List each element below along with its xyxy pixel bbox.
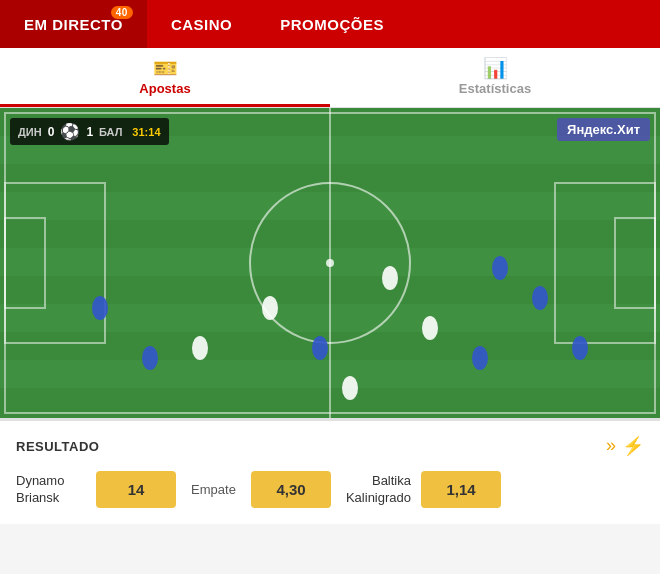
score1: 0: [48, 125, 55, 139]
apostas-icon: 🎫: [153, 58, 178, 78]
estatisticas-label: Estatísticas: [459, 81, 531, 96]
svg-point-21: [262, 296, 278, 320]
svg-point-20: [192, 336, 208, 360]
top-nav: EM DIRECTO 40 CASINO PROMOÇÕES: [0, 0, 660, 48]
nav-casino-label: CASINO: [171, 16, 232, 33]
team2-odds-button[interactable]: 1,14: [421, 471, 501, 508]
svg-point-28: [532, 286, 548, 310]
forward-icon[interactable]: »: [606, 435, 616, 457]
bet-row: DynamoBriansk 14 Empate 4,30 BaltikaKali…: [16, 471, 644, 508]
empate-label: Empate: [186, 482, 241, 497]
live-icon[interactable]: ⚡: [622, 435, 644, 457]
svg-point-23: [422, 316, 438, 340]
action-icons: » ⚡: [606, 435, 644, 457]
team2-label: BaltikaKalinigrado: [341, 473, 411, 507]
nav-em-directo[interactable]: EM DIRECTO 40: [0, 0, 147, 48]
nav-promocoes[interactable]: PROMOÇÕES: [256, 0, 408, 48]
team1-odds-button[interactable]: 14: [96, 471, 176, 508]
sponsor-logo: Яндекс.Хит: [557, 118, 650, 141]
result-section: RESULTADO » ⚡ DynamoBriansk 14 Empate 4,…: [0, 418, 660, 524]
match-video: ДИН 0 ⚽ 1 БАЛ 31:14 Яндекс.Хит: [0, 108, 660, 418]
resultado-title: RESULTADO: [16, 439, 99, 454]
nav-promocoes-label: PROMOÇÕES: [280, 16, 384, 33]
resultado-header: RESULTADO » ⚡: [16, 435, 644, 457]
svg-point-22: [342, 376, 358, 400]
svg-point-25: [92, 296, 108, 320]
svg-point-30: [492, 256, 508, 280]
scoreboard-overlay: ДИН 0 ⚽ 1 БАЛ 31:14: [10, 118, 169, 145]
live-count-badge: 40: [111, 6, 133, 19]
svg-point-24: [382, 266, 398, 290]
tab-estatisticas[interactable]: 📊 Estatísticas: [330, 48, 660, 107]
svg-point-26: [142, 346, 158, 370]
tabs-bar: 🎫 Apostas 📊 Estatísticas: [0, 48, 660, 108]
nav-em-directo-label: EM DIRECTO: [24, 16, 123, 33]
score2: 1: [86, 125, 93, 139]
apostas-label: Apostas: [139, 81, 190, 96]
estatisticas-icon: 📊: [483, 58, 508, 78]
svg-point-31: [312, 336, 328, 360]
team2-short: БАЛ: [99, 126, 122, 138]
team2-name: BaltikaKalinigrado: [346, 473, 411, 505]
empate-odds-button[interactable]: 4,30: [251, 471, 331, 508]
team1-label: DynamoBriansk: [16, 473, 86, 507]
nav-casino[interactable]: CASINO: [147, 0, 256, 48]
svg-point-29: [572, 336, 588, 360]
sponsor-text: Яндекс.Хит: [567, 122, 640, 137]
tab-apostas[interactable]: 🎫 Apostas: [0, 48, 330, 107]
svg-point-27: [472, 346, 488, 370]
match-time: 31:14: [132, 126, 160, 138]
team1-name: DynamoBriansk: [16, 473, 64, 505]
team1-short: ДИН: [18, 126, 42, 138]
